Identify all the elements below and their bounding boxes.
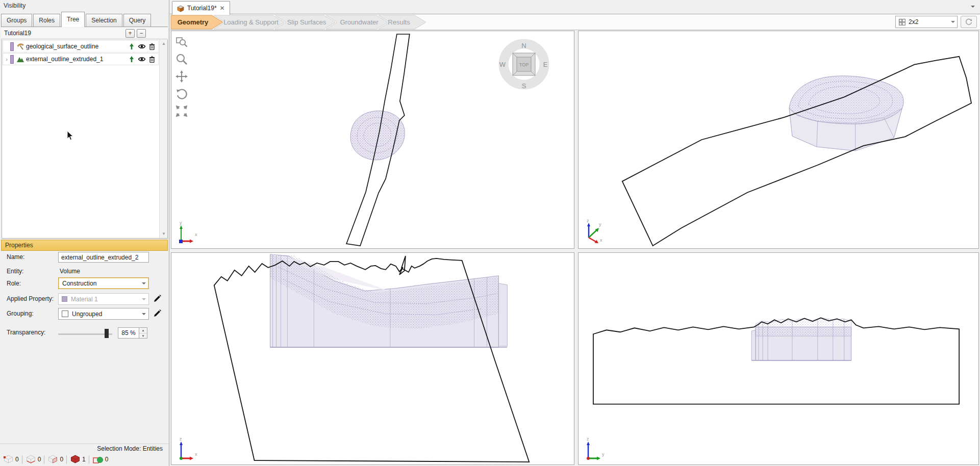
viewport-layout-dropdown[interactable]: 2x2	[895, 16, 958, 28]
tree-item-geological-surface-outline[interactable]: geological_surface_outline	[3, 40, 159, 53]
view-compass[interactable]: N E S W TOP	[496, 36, 552, 92]
move-up-icon[interactable]	[128, 42, 136, 50]
vertex-counter: 0	[0, 455, 22, 464]
viewport-top-view[interactable]: N E S W TOP y x	[171, 31, 574, 249]
scroll-down-icon[interactable]: ▼	[160, 230, 168, 238]
transparency-spinner: ▲ ▼	[139, 327, 147, 339]
document-tab[interactable]: Tutorial19* ✕	[172, 1, 230, 15]
tree-item-external-outline-extruded-1[interactable]: › external_outline_extruded_1	[3, 53, 159, 65]
vertex-count: 0	[15, 456, 19, 463]
perspective-canvas	[579, 31, 978, 248]
mountain-icon	[16, 55, 25, 63]
grouping-value: Ungrouped	[68, 310, 139, 318]
workflow-label-slip-surfaces: Slip Surfaces	[287, 18, 326, 26]
selection-status-bar: Selection Mode: Entities 0	[0, 444, 169, 466]
name-label: Name:	[7, 253, 24, 261]
visibility-eye-icon[interactable]	[138, 55, 146, 63]
vertex-cube-icon	[3, 455, 14, 464]
zoom-button[interactable]	[174, 51, 189, 67]
tab-tree[interactable]: Tree	[61, 12, 85, 27]
tree-root-header: Tutorial19 + −	[1, 28, 168, 39]
compass-south[interactable]: S	[522, 82, 526, 90]
chevron-down-icon[interactable]	[139, 308, 148, 319]
zoom-extents-icon	[175, 105, 188, 118]
tab-roles[interactable]: Roles	[33, 14, 60, 27]
front-view-canvas	[171, 253, 574, 464]
spin-down-icon[interactable]: ▼	[139, 333, 147, 338]
delete-trash-icon[interactable]	[148, 42, 156, 50]
applied-property-dropdown[interactable]: Material 1	[58, 293, 149, 305]
compass-north[interactable]: N	[521, 42, 526, 49]
viewport-side-view[interactable]: z y	[578, 252, 979, 465]
visibility-eye-icon[interactable]	[138, 42, 146, 50]
volume-solid-icon	[70, 455, 81, 464]
scroll-up-icon[interactable]: ▲	[160, 40, 168, 48]
tab-query[interactable]: Query	[123, 14, 152, 27]
chevron-down-icon	[139, 294, 148, 304]
workflow-label-geometry: Geometry	[178, 18, 209, 26]
workflow-label-loading-support: Loading & Support	[223, 18, 279, 26]
rotate-icon	[175, 87, 188, 100]
visibility-panel-title: Visibility	[0, 0, 169, 11]
role-label: Role:	[7, 280, 21, 287]
pan-button[interactable]	[174, 69, 189, 84]
refresh-views-button[interactable]	[961, 16, 977, 28]
compass-west[interactable]: W	[499, 61, 506, 68]
tab-groups[interactable]: Groups	[1, 14, 32, 27]
zoom-window-button[interactable]	[174, 34, 189, 49]
chevron-down-icon[interactable]	[139, 278, 148, 289]
entity-color-bar	[10, 42, 14, 51]
main-area: Tutorial19* ✕ Geometry Loading & Support…	[170, 0, 980, 466]
model-file-icon	[177, 5, 185, 12]
selection-counters: 0 0	[0, 453, 169, 465]
name-field[interactable]	[58, 252, 149, 263]
transparency-value-field[interactable]	[118, 327, 139, 339]
transparency-slider-handle[interactable]	[105, 329, 109, 338]
collapse-all-button[interactable]: −	[137, 29, 146, 38]
expand-all-button[interactable]: +	[125, 29, 135, 38]
role-value: Construction	[59, 280, 139, 287]
entity-color-bar	[10, 55, 14, 64]
view-toolbar	[174, 34, 191, 119]
external-outline-perspective	[622, 57, 971, 246]
application-window: Visibility Groups Roles Tree Selection Q…	[0, 0, 980, 466]
compass-cube-face-label[interactable]: TOP	[519, 62, 529, 67]
close-tab-icon[interactable]: ✕	[219, 5, 225, 12]
tab-selection[interactable]: Selection	[86, 14, 122, 27]
viewport-front-view[interactable]: z x	[171, 252, 574, 465]
expand-chevron-icon[interactable]: ›	[3, 56, 10, 62]
tree-item-label: geological_surface_outline	[26, 43, 128, 50]
applied-property-label: Applied Property:	[7, 295, 54, 302]
tree-scrollbar[interactable]: ▲ ▼	[159, 40, 167, 238]
edge-count: 0	[38, 456, 41, 463]
chevron-down-icon[interactable]	[949, 19, 957, 25]
extruded-volume-side	[751, 318, 851, 360]
material-swatch	[62, 296, 67, 302]
entity-label: Entity:	[7, 268, 23, 275]
edit-grouping-button[interactable]	[152, 308, 163, 320]
entity-counter: 0	[89, 455, 112, 464]
workflow-bar: Geometry Loading & Support Slip Surfaces…	[170, 14, 980, 30]
pan-arrows-icon	[175, 70, 188, 83]
applied-property-value: Material 1	[67, 296, 139, 303]
rotate-button[interactable]	[174, 86, 189, 101]
grouping-label: Grouping:	[7, 310, 34, 317]
grid-layout-icon	[899, 19, 906, 25]
grouping-checkbox[interactable]	[62, 310, 68, 317]
tree-item-label: external_outline_extruded_1	[26, 56, 128, 63]
face-counter: 0	[44, 455, 66, 464]
zoom-extents-button[interactable]	[174, 103, 189, 119]
edit-material-button[interactable]	[152, 293, 163, 305]
role-dropdown[interactable]: Construction	[58, 277, 149, 289]
volume-counter: 1	[67, 455, 89, 464]
edge-counter: 0	[22, 455, 44, 464]
spin-up-icon[interactable]: ▲	[139, 328, 147, 333]
properties-panel-header: Properties	[1, 240, 168, 251]
viewport-perspective-view[interactable]: z y x	[578, 31, 979, 249]
edge-cube-icon	[26, 455, 36, 464]
tab-list-dropdown-icon[interactable]	[971, 6, 975, 10]
delete-trash-icon[interactable]	[148, 55, 156, 63]
move-up-icon[interactable]	[128, 55, 136, 63]
grouping-dropdown[interactable]: Ungrouped	[58, 308, 149, 320]
compass-east[interactable]: E	[543, 61, 548, 68]
